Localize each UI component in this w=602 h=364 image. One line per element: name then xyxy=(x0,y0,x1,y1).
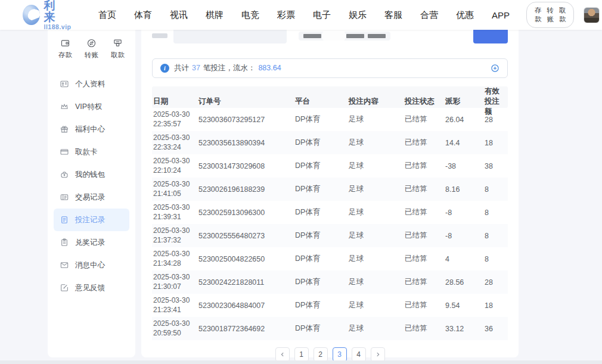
quick-action-transfer[interactable]: 转账 xyxy=(85,38,98,60)
transfer-icon xyxy=(86,38,97,48)
sidebar-item-bet-records[interactable]: 投注记录 xyxy=(54,209,129,231)
sidebar-item-welfare[interactable]: 福利中心 xyxy=(54,118,129,141)
order-number: 5230025556480273 xyxy=(198,232,295,240)
status-badge: 已结算 xyxy=(405,254,445,264)
table-row: 2025-03-3021:23:41 5230023064884007 DP体育… xyxy=(152,294,508,317)
nav-partner[interactable]: 合营 xyxy=(420,10,438,21)
order-number: 5230036073295127 xyxy=(198,116,295,124)
nav-esports[interactable]: 电竞 xyxy=(241,10,259,21)
sidebar-item-transactions[interactable]: 交易记录 xyxy=(54,186,129,209)
summary-prefix: 共计 xyxy=(174,63,189,73)
order-number: 5230025913096300 xyxy=(198,209,295,217)
table-header-row: 日期 订单号 平台 投注内容 投注状态 派彩 有效投注额 xyxy=(152,86,508,108)
quick-action-label: 取款 xyxy=(111,51,125,60)
summary-bar: i 共计 37 笔投注，流水： 883.64 xyxy=(152,58,508,78)
col-date: 日期 xyxy=(153,97,198,107)
col-status: 投注状态 xyxy=(405,97,445,107)
chevron-left-icon xyxy=(280,351,286,357)
page-button-2[interactable]: 2 xyxy=(314,347,328,362)
bank-card-icon xyxy=(60,147,69,157)
sidebar-item-feedback[interactable]: 意见反馈 xyxy=(54,276,129,299)
status-badge: 已结算 xyxy=(405,300,445,310)
pagination: 1 2 3 4 xyxy=(152,347,508,362)
table-row: 2025-03-3021:30:07 5230024221828011 DP体育… xyxy=(152,270,508,294)
nav-entertainment[interactable]: 娱乐 xyxy=(349,10,367,21)
brand-logo[interactable]: 利 来 ll188.vip xyxy=(23,0,75,30)
vip-crown-icon xyxy=(60,102,69,111)
status-badge: 已结算 xyxy=(405,277,445,287)
expand-plus-icon[interactable] xyxy=(491,64,499,73)
feedback-icon xyxy=(60,283,69,293)
col-valid: 有效投注额 xyxy=(485,86,507,117)
status-badge: 已结算 xyxy=(405,161,445,171)
col-platform: 平台 xyxy=(295,97,349,107)
footer-edge xyxy=(0,360,602,364)
order-number: 5230031473029608 xyxy=(198,162,295,170)
sidebar-item-profile[interactable]: 个人资料 xyxy=(54,73,129,95)
order-number: 5230023064884007 xyxy=(198,301,295,310)
nav-app[interactable]: APP xyxy=(492,10,510,20)
sidebar: 存款 转账 取款 个人资料 VIP特权 福利中心 xyxy=(48,30,135,357)
search-button[interactable] xyxy=(473,28,508,43)
profile-icon xyxy=(60,79,69,89)
nav-promo[interactable]: 优惠 xyxy=(456,10,474,21)
status-badge: 已结算 xyxy=(405,114,445,125)
wallet-icon xyxy=(60,170,69,179)
user-block: anxin3399 总资产： 1363.49元 永久域名： ll188.vip … xyxy=(584,0,602,42)
nav-slots[interactable]: 电子 xyxy=(313,10,331,21)
info-icon: i xyxy=(160,64,169,73)
prize-records-icon xyxy=(60,238,69,247)
col-order: 订单号 xyxy=(198,97,295,107)
status-badge: 已结算 xyxy=(405,323,445,334)
sidebar-item-withdraw-card[interactable]: 取款卡 xyxy=(54,141,129,163)
pill-transfer-link[interactable]: 转账 xyxy=(547,6,554,24)
order-number: 5230024221828011 xyxy=(198,278,295,287)
table-row: 2025-03-3022:10:24 5230031473029608 DP体育… xyxy=(152,154,508,178)
pill-deposit-link[interactable]: 存款 xyxy=(535,6,542,24)
prev-page-button[interactable] xyxy=(275,347,290,362)
page-button-3-active[interactable]: 3 xyxy=(333,347,347,362)
gift-icon xyxy=(60,125,69,134)
summary-turnover: 883.64 xyxy=(258,64,281,72)
summary-middle: 笔投注，流水： xyxy=(203,63,256,73)
status-badge: 已结算 xyxy=(405,207,445,217)
user-avatar[interactable] xyxy=(584,7,600,23)
quick-action-withdraw[interactable]: 取款 xyxy=(111,38,125,60)
table-row: 2025-03-3021:39:31 5230025913096300 DP体育… xyxy=(152,201,508,224)
quick-action-deposit[interactable]: 存款 xyxy=(58,38,72,60)
order-number: 5230018772364692 xyxy=(198,325,295,333)
page-body: 存款 转账 取款 个人资料 VIP特权 福利中心 xyxy=(0,30,602,364)
table-row: 2025-03-3022:35:57 5230036073295127 DP体育… xyxy=(152,108,508,131)
sidebar-item-prize-records[interactable]: 兑奖记录 xyxy=(54,231,129,254)
main-nav: 首页 体育 视讯 棋牌 电竞 彩票 电子 娱乐 客服 合营 优惠 APP xyxy=(98,10,510,21)
status-badge: 已结算 xyxy=(405,231,445,241)
nav-home[interactable]: 首页 xyxy=(98,10,116,21)
brand-name: 利 来 xyxy=(44,0,75,23)
nav-sports[interactable]: 体育 xyxy=(134,10,152,21)
bet-records-icon xyxy=(60,215,69,225)
quick-action-label: 存款 xyxy=(58,51,72,60)
pill-withdraw-link[interactable]: 取款 xyxy=(559,6,566,24)
next-page-button[interactable] xyxy=(371,347,385,362)
sidebar-item-vip[interactable]: VIP特权 xyxy=(54,95,129,118)
sidebar-item-messages[interactable]: 消息中心 xyxy=(54,254,129,276)
sidebar-item-wallet[interactable]: 我的钱包 xyxy=(54,163,129,186)
nav-chess[interactable]: 棋牌 xyxy=(206,10,224,21)
table-row: 2025-03-3022:33:24 5230035613890394 DP体育… xyxy=(152,131,508,154)
order-number: 5230026196188239 xyxy=(198,185,295,194)
deposit-icon xyxy=(60,38,70,48)
date-range-input[interactable] xyxy=(173,28,287,43)
order-number: 5230035613890394 xyxy=(198,139,295,147)
brand-logo-icon xyxy=(23,5,40,25)
page-button-4[interactable]: 4 xyxy=(352,347,366,362)
nav-live[interactable]: 视讯 xyxy=(170,10,188,21)
table-row: 2025-03-3021:37:32 5230025556480273 DP体育… xyxy=(152,224,508,247)
summary-count: 37 xyxy=(192,64,200,72)
col-content: 投注内容 xyxy=(349,97,405,107)
nav-service[interactable]: 客服 xyxy=(384,10,402,21)
page-button-1[interactable]: 1 xyxy=(294,347,309,362)
order-number: 5230025004822650 xyxy=(198,255,295,263)
date-quick-segments[interactable] xyxy=(299,32,390,41)
nav-lottery[interactable]: 彩票 xyxy=(277,10,295,21)
table-row: 2025-03-3020:59:50 5230018772364692 DP体育… xyxy=(152,317,508,340)
